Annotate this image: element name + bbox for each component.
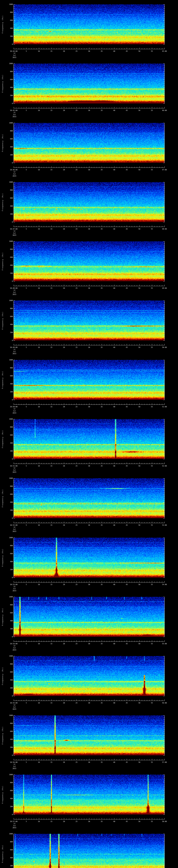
x-tick-label: 40 xyxy=(113,287,115,289)
x-tick-label: 20 xyxy=(63,702,65,704)
x-tick-label: 40 xyxy=(113,702,115,704)
y-tick-label: 400 xyxy=(5,857,13,859)
x-axis-date-line: 2015 xyxy=(12,649,16,651)
x-tick-label: 5 xyxy=(26,50,27,52)
x-tick-label: 40 xyxy=(113,50,115,52)
x-tick-label: 55 xyxy=(151,584,153,585)
x-axis-date-line: 2015 xyxy=(12,471,16,473)
x-tick-label: 45 xyxy=(126,820,128,823)
x-tick-label: 20 xyxy=(63,406,65,408)
y-tick-label: 0 xyxy=(5,280,13,282)
x-tick-label: 5 xyxy=(26,346,27,348)
spectrogram-panel: Frequency (Hz)02004006008001000510152025… xyxy=(0,355,178,415)
y-tick-label: 200 xyxy=(5,569,13,570)
x-tick-label: 20 xyxy=(63,584,65,585)
x-axis-start-time: 10:49:00 xyxy=(10,346,18,348)
y-axis-title: Frequency (Hz) xyxy=(1,123,4,163)
y-tick-label: 1000 xyxy=(5,122,13,124)
x-axis-end-time: 55:00 xyxy=(162,643,167,645)
x-tick-label: 35 xyxy=(101,346,102,348)
x-axis-start-time: 10:52:00 xyxy=(10,524,18,526)
y-tick-label: 600 xyxy=(5,849,13,850)
x-axis-date-line: 2015 xyxy=(12,353,16,354)
x-tick-label: 5 xyxy=(26,820,27,823)
x-tick-label: 35 xyxy=(101,110,102,111)
x-axis-date-line: 2015 xyxy=(12,412,16,414)
y-tick-label: 1000 xyxy=(5,774,13,775)
x-tick-label: 40 xyxy=(113,406,115,408)
x-tick-label: 10 xyxy=(38,169,40,170)
x-axis-date-line: Jul xyxy=(13,114,16,116)
x-axis-start-time: 10:44:00 xyxy=(10,50,18,52)
y-tick-label: 1000 xyxy=(5,300,13,301)
y-tick-label: 200 xyxy=(5,154,13,156)
x-tick-label: 35 xyxy=(101,50,102,52)
x-tick-label: 5 xyxy=(26,406,27,408)
y-tick-label: 0 xyxy=(5,399,13,401)
y-tick-label: 800 xyxy=(5,248,13,250)
y-tick-label: 600 xyxy=(5,20,13,21)
x-tick-label: 5 xyxy=(26,169,27,170)
x-tick-label: 25 xyxy=(76,228,78,230)
y-tick-label: 200 xyxy=(5,806,13,807)
x-tick-label: 5 xyxy=(26,465,27,467)
y-tick-label: 800 xyxy=(5,782,13,783)
y-tick-label: 1000 xyxy=(5,537,13,538)
x-axis-date-line: Jul xyxy=(13,766,16,767)
x-tick-label: 40 xyxy=(113,346,115,348)
x-tick-label: 25 xyxy=(76,820,78,823)
spectrogram-panel: Frequency (Hz)02004006008001000510152025… xyxy=(0,533,178,593)
x-axis-date-line: 12 xyxy=(13,289,16,291)
x-tick-label: 50 xyxy=(138,762,140,763)
x-axis-date-line: 2015 xyxy=(12,293,16,295)
y-tick-label: 400 xyxy=(5,205,13,207)
y-axis-title: Frequency (Hz) xyxy=(1,478,4,518)
x-tick-label: 5 xyxy=(26,524,27,526)
x-axis-date-line: 2015 xyxy=(12,57,16,58)
y-tick-label: 800 xyxy=(5,130,13,132)
x-tick-label: 35 xyxy=(101,406,102,408)
y-tick-label: 0 xyxy=(5,814,13,815)
x-tick-label: 50 xyxy=(138,524,140,526)
x-tick-label: 25 xyxy=(76,762,78,763)
x-tick-label: 55 xyxy=(151,820,153,823)
x-tick-label: 15 xyxy=(51,702,52,704)
y-tick-label: 600 xyxy=(5,612,13,614)
x-tick-label: 15 xyxy=(51,820,52,823)
x-axis-date-line: Jul xyxy=(13,173,16,175)
x-tick-label: 55 xyxy=(151,643,153,645)
y-tick-label: 0 xyxy=(5,636,13,638)
y-tick-label: 800 xyxy=(5,485,13,487)
x-tick-label: 35 xyxy=(101,762,102,763)
x-axis-start-time: 10:46:00 xyxy=(10,169,18,170)
x-tick-label: 35 xyxy=(101,820,102,823)
x-axis-date-line: Jul xyxy=(13,588,16,590)
x-tick-label: 35 xyxy=(101,524,102,526)
x-tick-label: 30 xyxy=(88,346,90,348)
y-tick-label: 800 xyxy=(5,367,13,369)
y-axis-title: Frequency (Hz) xyxy=(1,538,4,578)
y-axis-title: Frequency (Hz) xyxy=(1,834,4,868)
x-axis-date-line: Jul xyxy=(13,647,16,649)
y-tick-label: 600 xyxy=(5,434,13,436)
x-tick-label: 20 xyxy=(63,643,65,645)
x-axis-start-time: 10:51:00 xyxy=(10,465,18,467)
y-tick-label: 400 xyxy=(5,501,13,503)
x-axis-date-line: 12 xyxy=(13,823,16,825)
y-tick-label: 0 xyxy=(5,695,13,697)
y-tick-label: 1000 xyxy=(5,181,13,183)
x-tick-label: 10 xyxy=(38,584,40,585)
x-tick-label: 15 xyxy=(51,346,52,348)
x-tick-label: 55 xyxy=(151,702,153,704)
x-tick-label: 35 xyxy=(101,287,102,289)
y-tick-label: 400 xyxy=(5,561,13,562)
x-tick-label: 50 xyxy=(138,50,140,52)
x-tick-label: 35 xyxy=(101,702,102,704)
x-tick-label: 55 xyxy=(151,110,153,111)
x-tick-label: 45 xyxy=(126,465,128,467)
y-tick-label: 200 xyxy=(5,450,13,452)
x-tick-label: 30 xyxy=(88,287,90,289)
x-tick-label: 10 xyxy=(38,287,40,289)
x-tick-label: 5 xyxy=(26,228,27,230)
y-axis-title: Frequency (Hz) xyxy=(1,656,4,696)
